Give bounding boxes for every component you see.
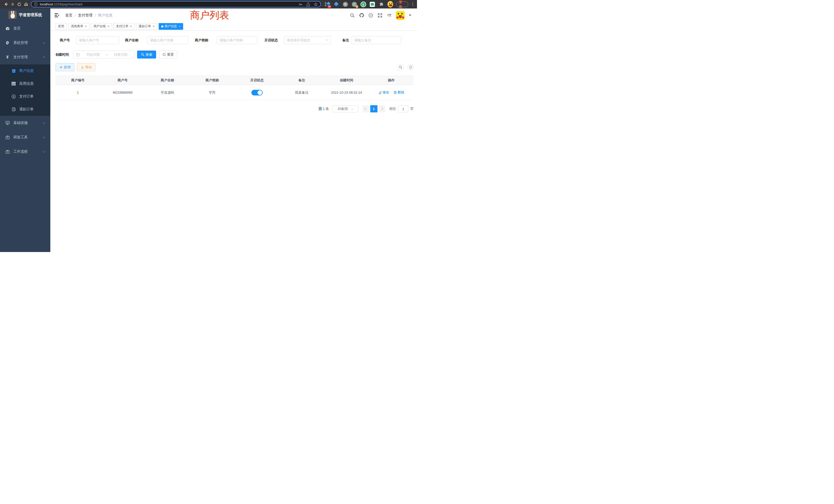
extension-gem-icon[interactable] (333, 2, 339, 7)
help-icon[interactable]: ? (368, 13, 373, 18)
close-icon[interactable]: × (153, 25, 155, 28)
tab-label: 商户信息 (164, 24, 177, 28)
tab-pay-order[interactable]: 支付订单 × (113, 23, 135, 30)
extensions-puzzle-icon[interactable] (378, 2, 384, 7)
close-icon[interactable]: × (85, 25, 87, 28)
password-key-icon[interactable] (299, 2, 303, 6)
extension-command-icon[interactable]: ⌘ (343, 2, 348, 7)
sidebar-item-home[interactable]: 首页 (0, 21, 50, 36)
breadcrumb-pay[interactable]: 支付管理 (78, 13, 92, 18)
plus-icon (60, 66, 63, 69)
chevron-up-icon (43, 56, 45, 59)
edit-pencil-icon (378, 91, 382, 94)
github-icon[interactable] (359, 13, 364, 18)
fullscreen-icon[interactable] (377, 13, 382, 18)
close-icon[interactable]: × (179, 25, 180, 28)
sidebar-item-app-info[interactable]: 应用信息 (0, 77, 50, 90)
sidebar-item-infra[interactable]: 基础设施 (0, 116, 50, 130)
cell-merchant-no: M233666999 (100, 85, 145, 100)
remark-input[interactable] (352, 36, 401, 44)
sidebar-item-label: 研发工具 (13, 135, 28, 140)
date-range-input[interactable]: 开始日期 - 结束日期 (73, 50, 135, 59)
prev-page-button[interactable] (363, 105, 369, 112)
close-icon[interactable]: × (108, 25, 109, 28)
export-button-label: 导出 (85, 65, 92, 70)
cell-remark: 我是备注 (279, 85, 324, 100)
url-bar[interactable]: localhost:1024/pay/merchant (31, 1, 321, 7)
status-select[interactable]: 请选择开启状态 (284, 36, 331, 44)
next-page-button[interactable] (379, 105, 385, 112)
sidebar-item-label: 首页 (13, 26, 21, 31)
short-name-input[interactable] (217, 36, 257, 44)
sidebar-submenu: 商户信息 应用信息 ¥ 支付订单 退款订单 (0, 64, 50, 116)
sidebar-item-dev-tools[interactable]: 研发工具 (0, 130, 50, 144)
tab-bar: 首页 流程表单 × 用户分组 × 支付订单 × 退款订单 × (50, 22, 417, 31)
sidebar-collapse-icon[interactable] (53, 12, 60, 19)
user-avatar[interactable] (396, 11, 405, 20)
sidebar-item-system[interactable]: 系统管理 (0, 36, 50, 50)
merchant-no-input[interactable] (76, 36, 119, 44)
sidebar-item-merchant-info[interactable]: 商户信息 (0, 64, 50, 77)
delete-link[interactable]: 删除 (394, 90, 404, 95)
trash-icon (394, 91, 397, 94)
tab-home[interactable]: 首页 (56, 23, 67, 30)
full-name-input[interactable] (147, 36, 188, 44)
breadcrumb-home[interactable]: 首页 (65, 13, 72, 18)
sidebar-item-refund-order[interactable]: 退款订单 (0, 103, 50, 116)
browser-back-icon[interactable] (3, 1, 9, 8)
merchant-no-label: 商户号 (60, 36, 70, 44)
tab-process-form[interactable]: 流程表单 × (68, 23, 89, 30)
page-number-button[interactable]: 1 (370, 105, 377, 112)
refresh-table-button[interactable] (408, 64, 414, 70)
sidebar-item-pay-order[interactable]: ¥ 支付订单 (0, 90, 50, 103)
tab-merchant-info[interactable]: 商户信息 × (159, 23, 183, 30)
avatar-caret-icon[interactable] (409, 15, 411, 17)
end-date-placeholder: 结束日期 (109, 52, 132, 57)
sidebar-item-pay[interactable]: ¥ 支付管理 (0, 50, 50, 64)
export-button[interactable]: 导出 (77, 63, 95, 71)
briefcase-icon (5, 135, 10, 139)
browser-profile-avatar[interactable] (388, 2, 393, 7)
extension-chat-icon[interactable] (370, 2, 375, 7)
create-time-label: 创建时间 (56, 50, 69, 59)
share-icon[interactable] (306, 2, 310, 6)
edit-link[interactable]: 修改 (378, 90, 389, 95)
browser-menu-icon[interactable] (411, 3, 414, 6)
browser-reload-icon[interactable] (16, 1, 23, 8)
browser-home-icon[interactable] (23, 1, 29, 8)
yen-icon: ¥ (5, 55, 10, 60)
status-toggle[interactable] (251, 90, 263, 95)
font-size-icon[interactable]: TT (387, 13, 392, 18)
yen-circle-icon: ¥ (11, 94, 16, 99)
extension-status-icon[interactable]: 1 (352, 2, 357, 7)
goto-page-input[interactable] (398, 105, 408, 112)
tab-label: 退款订单 (139, 24, 151, 28)
tab-user-group[interactable]: 用户分组 × (91, 23, 112, 30)
toggle-search-button[interactable] (397, 64, 404, 70)
close-icon[interactable]: × (130, 25, 132, 28)
add-button[interactable]: 新增 (56, 63, 74, 71)
browser-update-button[interactable]: 更新 (396, 2, 409, 7)
app-title: 芋道管理系统 (19, 13, 42, 18)
app-logo-row[interactable]: 芋道管理系统 (0, 8, 50, 21)
merchant-table: 商户编号 商户号 商户全称 商户简称 开启状态 备注 创建时间 操作 1 M23… (56, 76, 414, 100)
browser-forward-icon[interactable] (9, 1, 16, 8)
sidebar-item-label: 退款订单 (19, 107, 34, 112)
sidebar-item-label: 应用信息 (19, 81, 34, 86)
reset-button[interactable]: 重置 (159, 50, 177, 59)
page-size-select[interactable]: 10条/页 (332, 105, 358, 112)
extension-y-icon[interactable]: y (360, 2, 366, 7)
delete-link-label: 删除 (397, 90, 404, 95)
tab-label: 支付订单 (116, 24, 128, 28)
info-icon (34, 2, 38, 6)
remark-label: 备注 (342, 36, 349, 44)
sidebar-item-workflow[interactable]: 工作流程 (0, 144, 50, 159)
search-button[interactable]: 搜索 (137, 50, 156, 59)
bookmark-star-icon[interactable] (314, 2, 318, 6)
extension-tabs-icon[interactable]: 10 (325, 2, 330, 7)
search-icon[interactable] (350, 13, 355, 18)
col-remark: 备注 (279, 76, 324, 85)
sidebar-item-label: 支付管理 (13, 55, 28, 60)
tab-refund-order[interactable]: 退款订单 × (136, 23, 157, 30)
sidebar: 芋道管理系统 首页 系统管理 ¥ 支付管理 商户信息 (0, 8, 50, 252)
